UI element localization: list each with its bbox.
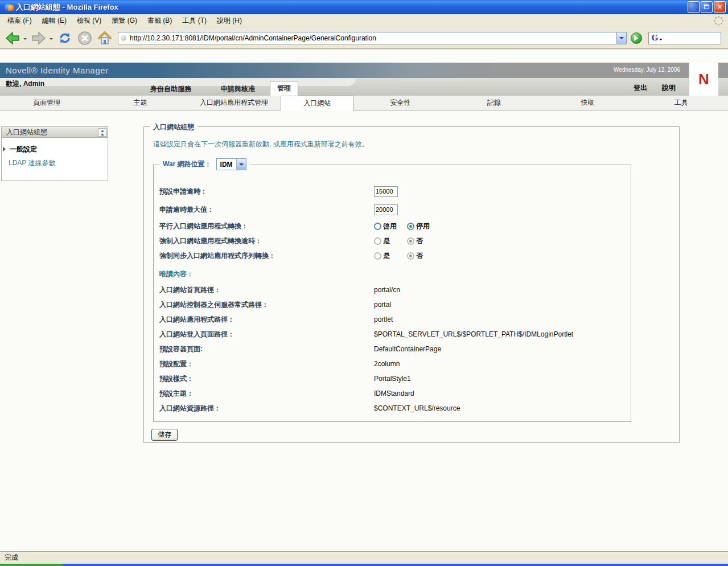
taskbar-edge [0, 564, 728, 566]
field-label: 強制同步入口網站應用程式序列轉換： [159, 251, 374, 261]
settings-note: 這些設定只會在下一次伺服器重新啟動, 或應用程式重新部署之前有效。 [153, 140, 369, 149]
google-logo-icon: G [651, 33, 658, 43]
menu-tools[interactable]: 工具 (T) [177, 14, 212, 27]
novell-n-icon: N [698, 71, 709, 88]
sidebar-item-ldap-parameters[interactable]: LDAP 連線參數 [2, 156, 108, 170]
selected-arrow-icon [3, 147, 8, 151]
reload-icon [57, 31, 72, 46]
reload-button[interactable] [56, 30, 74, 47]
welcome-text: 歡迎, Admin [6, 79, 44, 89]
radio-option-no: 否 [407, 251, 440, 261]
menu-bar: 檔案 (F) 編輯 (E) 檢視 (V) 瀏覽 (G) 書籤 (B) 工具 (T… [0, 14, 728, 27]
readonly-row: 預設主題： IDMStandard [159, 386, 631, 401]
field-label: 申請逾時最大值： [159, 205, 374, 215]
subtab-security[interactable]: 安全性 [353, 96, 447, 110]
sidebar-item-general-settings[interactable]: 一般設定 [2, 142, 108, 156]
form-row-force-render-timeout: 強制入口網站應用程式轉換逾時： 是 否 [159, 233, 631, 248]
product-title: Novell® Identity Manager [0, 65, 109, 75]
field-label: 預設申請逾時： [159, 187, 374, 196]
select-dropdown-button[interactable] [236, 159, 246, 170]
url-bar[interactable]: http://10.2.30.171:8081/IDM/portal/cn/Ad… [118, 32, 627, 44]
form-row-parallel-render: 平行入口網站應用程式轉換： 啓用 停用 [159, 219, 631, 233]
header-links: 登出 說明 [634, 83, 676, 93]
logout-link[interactable]: 登出 [634, 83, 647, 93]
forward-arrow-icon [31, 31, 46, 45]
field-label: 強制入口網站應用程式轉換逾時： [159, 236, 374, 246]
menu-go[interactable]: 瀏覽 (G) [106, 14, 142, 27]
app-banner: Novell® Identity Manager Wednesday, July… [0, 63, 728, 78]
sidebar-collapse-button[interactable] [98, 128, 106, 137]
go-play-icon [634, 35, 641, 41]
header-strip: 歡迎, Admin 身份自助服務 申請與核准 管理 登出 說明 [0, 78, 728, 96]
url-text[interactable]: http://10.2.30.171:8081/IDM/portal/cn/Ad… [130, 34, 616, 42]
forward-dropdown-icon[interactable] [50, 38, 53, 42]
readonly-row: 入口網站控制器之伺服器常式路徑： portal [159, 297, 631, 312]
subtab-logging[interactable]: 記錄 [447, 96, 541, 110]
readonly-row: 預設配置： 2column [159, 356, 631, 371]
go-button[interactable] [631, 32, 642, 44]
back-arrow-icon [5, 31, 20, 45]
radio-option-enable[interactable]: 啓用 [374, 222, 407, 231]
readonly-row: 入口網站應用程式路徑： portlet [159, 312, 631, 327]
chevron-down-icon [239, 163, 244, 168]
stop-icon [77, 31, 92, 46]
menu-view[interactable]: 檢視 (V) [72, 14, 106, 27]
radio-option-yes: 是 [374, 251, 407, 261]
radio-disabled-icon [374, 237, 381, 245]
novell-logo-box: N [689, 63, 718, 96]
sub-tab-bar: 頁面管理 主題 入口網站應用程式管理 入口網站 安全性 記錄 快取 工具 [0, 96, 728, 110]
sidebar: 入口網站組態 一般設定 LDAP 連線參數 [1, 126, 108, 181]
readonly-row: 預設樣式： PortalStyle1 [159, 371, 631, 386]
start-button-edge [0, 564, 63, 566]
status-text: 完成 [5, 553, 18, 563]
radio-disabled-selected-icon [407, 237, 414, 245]
status-bar: 完成 [0, 551, 728, 564]
max-timeout-input[interactable]: 20000 [374, 204, 398, 215]
readonly-row: 入口網站資源路徑： $CONTEXT_URL$/resource [159, 401, 631, 416]
stop-button[interactable] [76, 30, 94, 47]
portal-configuration-panel: 入口網站組態 這些設定只會在下一次伺服器重新啟動, 或應用程式重新部署之前有效。… [143, 126, 680, 443]
readonly-row: 入口網站登入頁面路徑： $PORTAL_SERVLET_URL$/$PORTLE… [159, 327, 631, 342]
url-history-dropdown[interactable] [616, 32, 626, 44]
radio-disabled-selected-icon [407, 252, 414, 260]
radio-disabled-icon [374, 252, 381, 260]
war-context-label: War 網路位置： [163, 159, 212, 169]
menu-help[interactable]: 說明 (H) [212, 14, 247, 27]
save-button[interactable]: 儲存 [151, 429, 178, 441]
tab-requests-approvals[interactable]: 申請與核准 [206, 82, 270, 96]
default-timeout-input[interactable]: 15000 [374, 186, 398, 197]
readonly-heading: 唯讀內容： [159, 263, 631, 282]
restore-button[interactable] [701, 1, 713, 13]
home-button[interactable] [96, 30, 114, 47]
minimize-button[interactable]: _ [688, 1, 700, 13]
help-link[interactable]: 說明 [662, 83, 676, 93]
menu-file[interactable]: 檔案 (F) [2, 14, 37, 27]
top-tab-bar: 身份自助服務 申請與核准 管理 [135, 82, 298, 96]
radio-option-disable[interactable]: 停用 [407, 222, 440, 231]
subtab-page-admin[interactable]: 頁面管理 [0, 96, 93, 110]
tab-identity-self-service[interactable]: 身份自助服務 [135, 82, 206, 96]
subtab-portlet-admin[interactable]: 入口網站應用程式管理 [187, 96, 281, 110]
back-button[interactable] [3, 30, 22, 47]
menu-edit[interactable]: 編輯 (E) [37, 14, 72, 27]
site-favicon [121, 35, 126, 41]
search-engine-dropdown-icon[interactable] [659, 39, 663, 42]
menu-bookmarks[interactable]: 書籤 (B) [142, 14, 177, 27]
form-row-force-sequential-render: 強制同步入口網站應用程式序列轉換： 是 否 [159, 248, 631, 263]
forward-button[interactable] [30, 30, 48, 47]
chevron-up-icon [101, 132, 104, 136]
web-search-input[interactable]: G [648, 32, 721, 44]
subtab-themes[interactable]: 主題 [93, 96, 187, 110]
war-context-group: War 網路位置： IDM 預設申請逾時： 15000 申請逾時最大值： 200… [153, 165, 631, 422]
subtab-caching[interactable]: 快取 [541, 96, 634, 110]
throbber-icon [714, 16, 723, 26]
radio-unselected-icon[interactable] [374, 223, 381, 230]
subtab-tools[interactable]: 工具 [635, 96, 728, 110]
subtab-portal[interactable]: 入口網站 [281, 96, 353, 110]
back-dropdown-icon[interactable] [23, 38, 27, 42]
war-context-select[interactable]: IDM [216, 158, 246, 170]
radio-selected-icon[interactable] [407, 223, 414, 230]
close-button[interactable]: ✕ [714, 1, 726, 13]
tab-administration[interactable]: 管理 [270, 81, 298, 96]
sidebar-title: 入口網站組態 [6, 128, 98, 137]
